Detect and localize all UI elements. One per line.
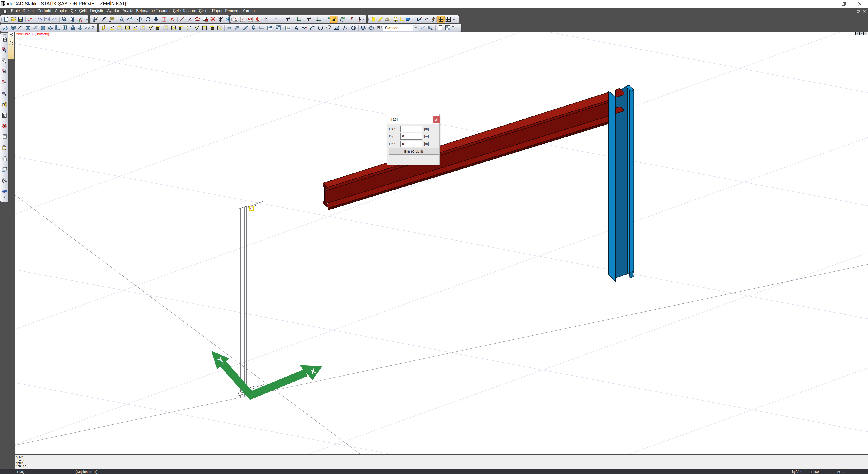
svg-text:Standart: Standart xyxy=(385,26,399,30)
